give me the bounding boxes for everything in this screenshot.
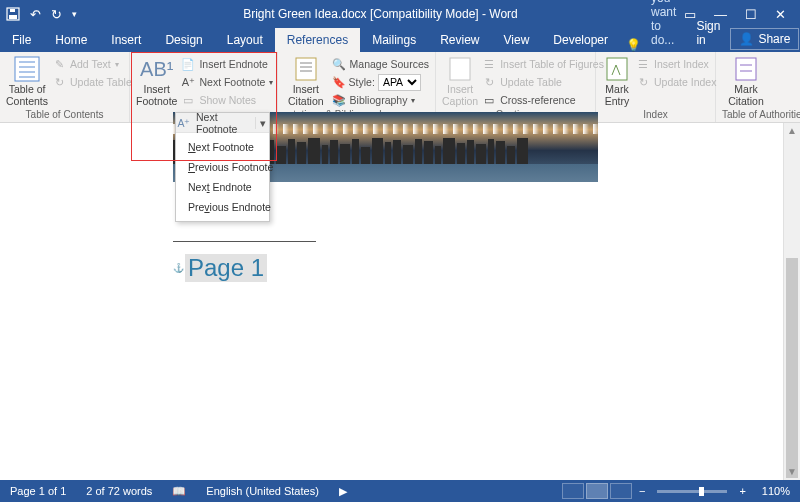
mark-entry-button[interactable]: Mark Entry: [602, 54, 632, 107]
scroll-down-icon[interactable]: ▼: [784, 464, 800, 480]
tof-icon: ☰: [482, 57, 496, 71]
chevron-down-icon[interactable]: ▾: [255, 117, 269, 129]
tab-file[interactable]: File: [0, 28, 43, 52]
update-index-icon: ↻: [636, 75, 650, 89]
update-index-button[interactable]: ↻Update Index: [636, 74, 716, 90]
svg-rect-12: [450, 58, 470, 80]
add-text-button[interactable]: ✎Add Text ▾: [52, 56, 132, 72]
insert-index-button[interactable]: ☰Insert Index: [636, 56, 716, 72]
view-web-layout-button[interactable]: [610, 483, 632, 499]
insert-index-icon: ☰: [636, 57, 650, 71]
bibliography-button[interactable]: 📚Bibliography ▾: [332, 92, 429, 108]
manage-sources-icon: 🔍: [332, 57, 346, 71]
insert-tof-label: Insert Table of Figures: [500, 58, 604, 70]
share-label: Share: [758, 32, 790, 46]
svg-rect-13: [607, 58, 627, 80]
scrollbar-thumb[interactable]: [786, 258, 798, 478]
person-icon: 👤: [739, 32, 754, 46]
close-icon[interactable]: ✕: [775, 7, 786, 22]
status-proofing-icon[interactable]: 📖: [162, 485, 196, 498]
sign-in-link[interactable]: Sign in: [686, 14, 730, 52]
status-zoom[interactable]: 110%: [752, 485, 800, 497]
status-language[interactable]: English (United States): [196, 485, 329, 497]
insert-tof-button[interactable]: ☰Insert Table of Figures: [482, 56, 604, 72]
table-of-contents-button[interactable]: Table of Contents: [6, 54, 48, 107]
menu-item-next-endnote[interactable]: Next Endnote: [176, 177, 269, 197]
mark-entry-label: Mark Entry: [605, 84, 630, 107]
update-captions-label: Update Table: [500, 76, 562, 88]
bibliography-icon: 📚: [332, 93, 346, 107]
citation-style-select[interactable]: 🔖 Style: APA: [332, 74, 429, 90]
anchor-icon: ⚓: [173, 263, 184, 273]
insert-endnote-button[interactable]: 📄Insert Endnote: [181, 56, 273, 72]
next-footnote-button[interactable]: A⁺Next Footnote ▾: [181, 74, 273, 90]
update-toc-label: Update Table: [70, 76, 132, 88]
status-page[interactable]: Page 1 of 1: [0, 485, 76, 497]
style-label: Style:: [349, 76, 375, 88]
tell-me-input[interactable]: Tell me what you want to do...: [641, 0, 686, 52]
svg-rect-14: [736, 58, 756, 80]
dropdown-current[interactable]: Next Footnote: [192, 111, 255, 135]
status-words[interactable]: 2 of 72 words: [76, 485, 162, 497]
next-footnote-dropdown: A⁺ Next Footnote ▾ Next Footnote Previou…: [175, 112, 270, 222]
insert-footnote-button[interactable]: AB¹ Insert Footnote: [136, 54, 177, 107]
update-captions-button[interactable]: ↻Update Table: [482, 74, 604, 90]
tab-references[interactable]: References: [275, 28, 360, 52]
tab-review[interactable]: Review: [428, 28, 491, 52]
tab-design[interactable]: Design: [153, 28, 214, 52]
zoom-out-button[interactable]: −: [633, 485, 651, 497]
menu-item-previous-footnote[interactable]: Previous Footnote: [176, 157, 269, 177]
page-number-field[interactable]: Page 1: [185, 254, 267, 282]
tab-home[interactable]: Home: [43, 28, 99, 52]
scroll-up-icon[interactable]: ▲: [784, 123, 800, 139]
style-icon: 🔖: [332, 75, 346, 89]
crossref-icon: ▭: [482, 93, 496, 107]
show-notes-icon: ▭: [181, 93, 195, 107]
svg-rect-8: [296, 58, 316, 80]
redo-icon[interactable]: ↻: [51, 7, 62, 22]
vertical-scrollbar[interactable]: ▲ ▼: [783, 123, 800, 480]
zoom-slider[interactable]: [657, 490, 727, 493]
insert-footnote-label: Insert Footnote: [136, 84, 177, 107]
update-icon: ↻: [52, 75, 66, 89]
show-notes-button[interactable]: ▭Show Notes: [181, 92, 273, 108]
insert-citation-label: Insert Citation: [288, 84, 324, 107]
insert-caption-button[interactable]: Insert Caption: [442, 54, 478, 107]
status-macro-icon[interactable]: ▶: [329, 485, 357, 498]
menu-item-previous-endnote[interactable]: Previous Endnote: [176, 197, 269, 217]
svg-rect-1: [9, 15, 17, 19]
view-read-mode-button[interactable]: [562, 483, 584, 499]
style-dropdown[interactable]: APA: [378, 74, 421, 91]
cross-reference-button[interactable]: ▭Cross-reference: [482, 92, 604, 108]
tab-view[interactable]: View: [492, 28, 542, 52]
tab-layout[interactable]: Layout: [215, 28, 275, 52]
view-print-layout-button[interactable]: [586, 483, 608, 499]
undo-icon[interactable]: ↶: [30, 7, 41, 22]
maximize-icon[interactable]: ☐: [745, 7, 757, 22]
manage-sources-label: Manage Sources: [350, 58, 429, 70]
update-captions-icon: ↻: [482, 75, 496, 89]
tab-insert[interactable]: Insert: [99, 28, 153, 52]
update-toc-button[interactable]: ↻Update Table: [52, 74, 132, 90]
crossref-label: Cross-reference: [500, 94, 575, 106]
share-button[interactable]: 👤 Share: [730, 28, 799, 50]
mark-citation-label: Mark Citation: [728, 84, 764, 107]
manage-sources-button[interactable]: 🔍Manage Sources: [332, 56, 429, 72]
next-footnote-icon: A⁺: [181, 75, 195, 89]
bibliography-label: Bibliography: [350, 94, 408, 106]
add-text-label: Add Text: [70, 58, 111, 70]
tab-developer[interactable]: Developer: [541, 28, 620, 52]
dropdown-icon: A⁺: [176, 117, 192, 129]
menu-item-next-footnote[interactable]: Next Footnote: [176, 137, 269, 157]
zoom-in-button[interactable]: +: [733, 485, 751, 497]
footnote-separator: [173, 241, 316, 242]
insert-endnote-label: Insert Endnote: [199, 58, 267, 70]
mark-citation-button[interactable]: Mark Citation: [722, 54, 770, 107]
tab-mailings[interactable]: Mailings: [360, 28, 428, 52]
endnote-icon: 📄: [181, 57, 195, 71]
update-index-label: Update Index: [654, 76, 716, 88]
svg-rect-2: [10, 9, 15, 12]
save-icon[interactable]: [6, 7, 20, 21]
group-label-index: Index: [602, 109, 709, 122]
insert-citation-button[interactable]: Insert Citation: [284, 54, 328, 107]
